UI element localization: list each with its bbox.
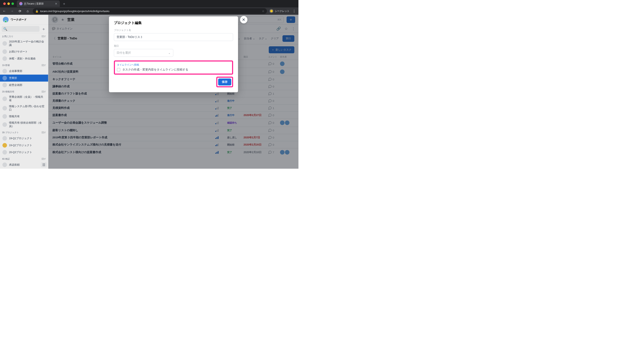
mac-maximize-button[interactable] [12, 3, 14, 5]
channel-icon [2, 83, 7, 87]
sidebar-item[interactable]: 営業企画部（全員） - 情報共有 [0, 94, 48, 104]
tab-title: [!] Tocaro | 営業部 [24, 2, 44, 6]
project-name-label: プロジェクト名 [114, 29, 233, 32]
sidebar-item[interactable]: 営業部 [0, 75, 48, 82]
project-name-input[interactable] [114, 33, 233, 41]
channel-icon [2, 106, 7, 111]
channel-icon [2, 136, 7, 141]
search-icon: 🔍 [3, 27, 7, 31]
incognito-icon: 😶 [269, 9, 274, 13]
sidebar-item[interactable]: 20-Q3プロジェクト [0, 149, 48, 156]
chevron-down-icon: ⌄ [168, 51, 171, 55]
mac-minimize-button[interactable] [7, 3, 10, 5]
sidebar-item[interactable]: 休暇・遅刻・外出連絡 [0, 55, 48, 62]
modal-title: プロジェクト編集 [114, 21, 233, 25]
forward-button[interactable]: → [10, 9, 15, 14]
channel-icon [2, 56, 7, 61]
user-avatar[interactable] [3, 17, 8, 23]
due-label: 期日 [114, 44, 233, 48]
bookmark-star-icon[interactable]: ☆ [262, 10, 264, 13]
channel-icon [2, 114, 7, 119]
sidebar-item[interactable]: 情報共有-技術企画部部（全員） [0, 120, 48, 129]
mac-close-button[interactable] [3, 3, 6, 5]
timeline-checkbox[interactable] [117, 68, 120, 71]
channel-icon [2, 41, 7, 46]
sidebar-item[interactable]: 19-Q2プロジェクト [0, 142, 48, 149]
sidebar-add-button[interactable]: ＋ [41, 26, 46, 32]
tab-favicon [19, 2, 22, 5]
section-hide[interactable]: 隠す [42, 90, 46, 93]
menu-button[interactable]: ⋮ [292, 9, 297, 14]
reload-button[interactable]: ⟳ [17, 9, 22, 14]
browser-tab[interactable]: [!] Tocaro | 営業部 ✕ [17, 1, 60, 7]
timeline-post-label: タイムラインへ投稿 [117, 63, 230, 67]
highlight-timeline-section: タイムラインへ投稿 タスクの作成・変更内容をタイムラインに投稿する [114, 61, 233, 75]
sidebar-search[interactable]: 🔍 [2, 26, 40, 32]
sidebar-item[interactable]: 19-Q1プロジェクト [0, 135, 48, 142]
channel-icon [2, 122, 7, 127]
channel-icon [2, 97, 7, 101]
sidebar-item[interactable]: お助けサポート [0, 48, 48, 55]
tab-close-icon[interactable]: ✕ [55, 2, 57, 5]
sidebar-item[interactable]: 情報共有 [0, 113, 48, 120]
section-hide[interactable]: 隠す [42, 157, 46, 160]
modal-overlay: ✕ プロジェクト編集 プロジェクト名 期日 日付を選択 ⌄ タイムラインへ投稿 … [48, 15, 298, 169]
sidebar-item[interactable]: 経営企画部 [0, 82, 48, 89]
url-text: tocaro.im/r3/groups/grp5osgbks/projects/… [40, 10, 110, 13]
due-date-select[interactable]: 日付を選択 ⌄ [114, 49, 173, 57]
sidebar-item[interactable]: 企画事業部 [0, 68, 48, 75]
timeline-checkbox-label: タスクの作成・変更内容をタイムラインに投稿する [122, 68, 188, 72]
section-hide[interactable]: 隠す [42, 131, 46, 134]
save-button[interactable]: 保存 [218, 79, 231, 86]
channel-icon [2, 76, 7, 80]
sidebar-item[interactable]: 2020年度ユーザー会の検討会議 [0, 39, 48, 48]
lock-icon: 🔒 [35, 10, 38, 13]
section-hide[interactable]: 隠す [42, 35, 46, 38]
project-edit-modal: ✕ プロジェクト編集 プロジェクト名 期日 日付を選択 ⌄ タイムラインへ投稿 … [109, 17, 238, 92]
address-bar[interactable]: 🔒 tocaro.im/r3/groups/grp5osgbks/project… [33, 8, 267, 14]
highlight-save-button: 保存 [216, 77, 233, 87]
sidebar-item[interactable]: 承認依頼 [0, 161, 48, 168]
home-button[interactable]: ⌂ [25, 9, 30, 14]
modal-close-button[interactable]: ✕ [240, 16, 248, 23]
channel-icon [2, 143, 7, 148]
workboard-title: ワークボード [11, 18, 27, 22]
channel-icon [2, 49, 7, 54]
new-tab-button[interactable]: ＋ [62, 1, 66, 6]
sidebar-item[interactable]: 情報システム部-問い合わせ窓口 [0, 104, 48, 113]
channel-icon [2, 150, 7, 155]
back-button[interactable]: ← [2, 9, 7, 14]
sidebar-item[interactable]: 検証-Webhook-all [0, 168, 48, 169]
channel-icon [2, 69, 7, 73]
section-hide[interactable]: 隠す [42, 64, 46, 67]
incognito-badge: 😶 シークレット [269, 9, 290, 13]
channel-icon [2, 163, 7, 167]
sidebar-toggle-button[interactable] [41, 163, 46, 167]
